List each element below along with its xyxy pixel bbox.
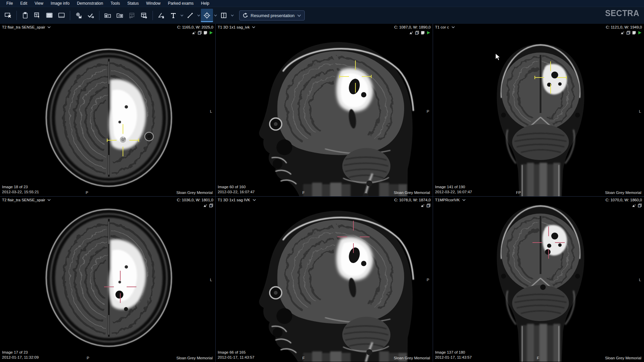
- menu-image-info[interactable]: Image info: [47, 0, 73, 7]
- preset-chevron-down-icon: [297, 14, 301, 17]
- monitor-icon[interactable]: [55, 9, 68, 22]
- mri-image-coronal: [483, 200, 598, 362]
- orientation-marker-side: L: [210, 109, 212, 113]
- note-icon: [632, 31, 636, 35]
- clipboard-icon[interactable]: [19, 9, 31, 22]
- series-label: T1 cor c: [435, 25, 449, 29]
- image-info-text: Image 17 of 23 2012-01-17, 11:32:09: [2, 350, 39, 360]
- image-info-text: Image 60 of 160 2012-03-22, 16:07:47: [218, 185, 255, 195]
- image-info-text: Image 66 of 165 2012-01-17, 11:43:57: [218, 350, 254, 360]
- orientation-marker-side: L: [639, 278, 641, 282]
- orientation-marker-side: P: [427, 109, 429, 113]
- window-previous-icon[interactable]: [126, 9, 138, 22]
- series-label: T1 3D 1x1 sag_ivk: [218, 25, 250, 29]
- note-icon: [421, 31, 425, 35]
- series-selector[interactable]: T1MPRcorIVK: [435, 198, 466, 202]
- measure-line-icon[interactable]: [184, 9, 196, 22]
- series-selector[interactable]: T1 3D 1x1 sag IVK: [218, 198, 256, 202]
- series-selector[interactable]: T1 cor c: [435, 25, 455, 29]
- stack-position-icon: [421, 203, 425, 208]
- menu-demonstration[interactable]: Demonstration: [73, 0, 107, 7]
- assign-check-icon[interactable]: [85, 9, 97, 22]
- menu-status[interactable]: Status: [124, 0, 142, 7]
- viewport-2-sagittal-t1[interactable]: T1 3D 1x1 sag_ivk C: 1087,0, W: 1890,0 P…: [216, 24, 433, 196]
- chevron-down-icon: [47, 199, 51, 201]
- institution-label: Sloan Grey Memorial: [605, 191, 641, 195]
- chevron-down-icon: [452, 26, 455, 28]
- orientation-marker-side: P: [427, 278, 429, 282]
- window-level-value: C: 1121,0, W: 1949,0: [606, 25, 642, 29]
- series-selector[interactable]: T1 3D 1x1 sag_ivk: [218, 25, 255, 29]
- play-stack-icon[interactable]: [426, 31, 431, 35]
- layout-dropdown-icon[interactable]: [230, 9, 234, 22]
- institution-label: Sloan Grey Memorial: [176, 191, 213, 195]
- window-level-value: C: 1070,0, W: 1860,0: [606, 198, 642, 202]
- viewport-3-coronal-t1[interactable]: T1 cor c C: 1121,0, W: 1949,0 L Image 14…: [433, 24, 644, 196]
- monitor-layout-icon[interactable]: [43, 9, 55, 22]
- menu-window[interactable]: Window: [142, 0, 164, 7]
- localizer-dropdown-icon[interactable]: [213, 9, 218, 22]
- mri-image-sagittal: [239, 203, 427, 362]
- stack-position-icon: [192, 31, 196, 35]
- stack-icon: [198, 31, 202, 35]
- stack-position-icon: [409, 31, 414, 35]
- series-selector[interactable]: T2 flair_tra SENSE_spair: [2, 198, 51, 202]
- resume-presentation-icon: [243, 13, 248, 18]
- reference-crosshair[interactable]: [337, 221, 370, 253]
- mri-image-axial: [39, 47, 179, 189]
- text-annotation-icon[interactable]: [167, 9, 179, 22]
- menu-parked-exams[interactable]: Parked exams: [164, 0, 198, 7]
- stack-icon: [415, 31, 419, 35]
- image-info-text: Image 141 of 190 2012-03-22, 16:07:47: [435, 185, 472, 195]
- layout-columns-icon[interactable]: [218, 9, 230, 22]
- window-next-icon[interactable]: [138, 9, 150, 22]
- rotate-handle-icon[interactable]: [119, 136, 127, 145]
- play-stack-icon[interactable]: [209, 31, 213, 35]
- stack-icon: [209, 203, 213, 208]
- orientation-marker-side: L: [639, 109, 641, 113]
- series-label: T1 3D 1x1 sag IVK: [218, 198, 250, 202]
- menu-file[interactable]: File: [3, 0, 16, 7]
- angle-measure-icon[interactable]: [155, 9, 167, 22]
- viewport-1-axial-t2[interactable]: T2 flair_tra SENSE_spair C: 1165,0, W: 2…: [0, 24, 215, 196]
- image-info-text: Image 137 of 180 2012-01-17, 11:43:57: [435, 350, 472, 360]
- viewport-6-coronal-t1[interactable]: T1MPRcorIVK C: 1070,0, W: 1860,0 L Image…: [433, 197, 644, 362]
- orientation-marker-bottom: FP: [516, 191, 521, 195]
- localizer-crosshair[interactable]: [534, 61, 567, 94]
- select-window-icon[interactable]: [31, 9, 43, 22]
- series-selector[interactable]: T2 flair_tra SENSE_spair: [2, 25, 51, 29]
- viewport-4-axial-t2[interactable]: T2 flair_tra SENSE_spair C: 1036,0, W: 1…: [0, 197, 215, 362]
- localizer-crosshair-icon[interactable]: [201, 9, 213, 22]
- menu-edit[interactable]: Edit: [16, 0, 31, 7]
- series-label: T2 flair_tra SENSE_spair: [2, 25, 45, 29]
- play-stack-icon[interactable]: [638, 31, 642, 35]
- mri-image-sagittal: [239, 34, 427, 196]
- gear-save-icon[interactable]: [73, 9, 85, 22]
- stack-icon: [638, 203, 642, 208]
- reference-crosshair[interactable]: [532, 226, 565, 259]
- mouse-cursor: [495, 53, 501, 61]
- chevron-down-icon: [252, 26, 255, 28]
- menu-view[interactable]: View: [31, 0, 47, 7]
- viewport-5-sagittal-t1[interactable]: T1 3D 1x1 sag IVK C: 1078,0, W: 1874,0 P…: [216, 197, 433, 362]
- chevron-down-icon: [253, 199, 256, 201]
- orientation-marker-bottom: P: [87, 356, 89, 360]
- menu-bar: File Edit View Image info Demonstration …: [0, 0, 644, 7]
- menu-help[interactable]: Help: [197, 0, 213, 7]
- orientation-marker-bottom: F: [537, 356, 539, 360]
- folder-next-icon[interactable]: [114, 9, 126, 22]
- folder-previous-icon[interactable]: [102, 9, 114, 22]
- localizer-crosshair[interactable]: [339, 60, 372, 93]
- text-tool-dropdown-icon[interactable]: [179, 9, 184, 22]
- presentation-preset-dropdown[interactable]: Resumed presentation: [239, 10, 305, 20]
- sectra-logo: SECTRA: [605, 8, 639, 18]
- reference-crosshair[interactable]: [104, 271, 136, 303]
- measure-tool-dropdown-icon[interactable]: [196, 9, 201, 22]
- series-label: T2 flair_tra SENSE_spair: [2, 198, 45, 202]
- orientation-marker-bottom: F: [302, 356, 305, 360]
- stack-position-icon: [620, 31, 625, 35]
- close-exam-icon[interactable]: [2, 9, 14, 22]
- orientation-marker-side: L: [210, 278, 212, 282]
- menu-tools[interactable]: Tools: [107, 0, 124, 7]
- localizer-crosshair[interactable]: [107, 124, 139, 156]
